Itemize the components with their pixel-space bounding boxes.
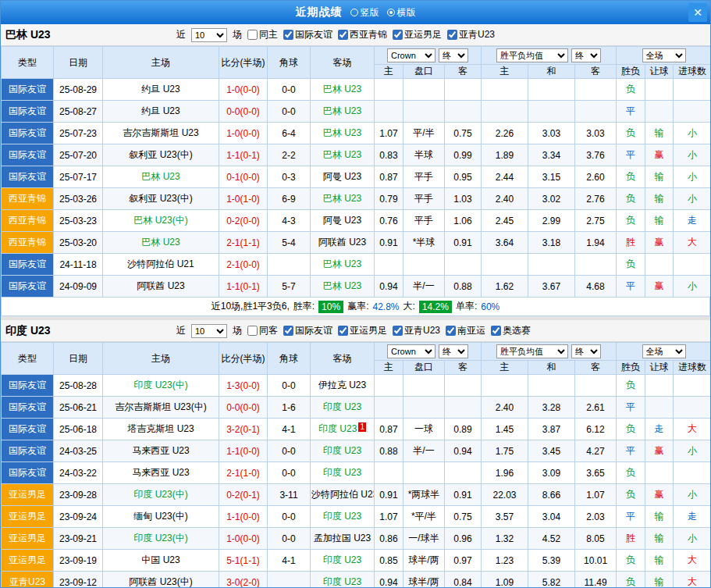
same-side-checkbox[interactable] [247,30,258,40]
handicap-result-cell: 输 [645,506,674,528]
filter-bar: 近 10 场 同主 国际友谊西亚青锦亚运男足亚青U23 [176,28,495,42]
radio-checked-icon[interactable] [387,9,395,16]
same-side-label: 同客 [259,324,278,337]
match-row: 国际友谊24-11-18沙特阿拉伯 U212-1(0-0)巴林 U23负 [2,254,711,276]
match-row: 亚运男足23-09-24缅甸 U23(中)1-1(0-0)0-0印度 U231.… [2,506,711,528]
match-score: 2-1(1-0) [219,462,268,484]
bookmaker-select[interactable]: Crown [387,344,435,358]
corner-score: 6-4 [268,123,311,144]
handicap-result-cell: 赢 [645,276,674,298]
competition-checkbox[interactable] [283,326,293,336]
competition-filter[interactable]: 西亚青锦 [338,28,387,41]
euro-away-odds: 3.76 [575,144,617,166]
competition-checkbox[interactable] [283,30,293,40]
odd-rate-value: 60% [481,301,499,312]
competition-filter[interactable]: 国际友谊 [283,28,332,41]
same-side-filter[interactable]: 同客 [247,324,278,337]
asia-away-odds: 0.84 [445,572,482,588]
euro-final-select[interactable]: 终 [571,344,601,358]
result-cell: 负 [617,462,645,484]
competition-filter[interactable]: 亚青U23 [447,28,495,41]
competition-type-badge: 国际友谊 [2,462,54,484]
match-row: 国际友谊25-08-27约旦 U230-0(0-0)0-0巴林 U23平 [2,101,711,123]
corner-score: 0-0 [268,462,311,484]
competition-filter[interactable]: 亚青U23 [393,324,440,337]
competition-checkbox[interactable] [338,30,348,40]
goals-result-cell [674,462,711,484]
match-scope-select[interactable]: 全场 [642,344,686,358]
competition-type-badge: 亚运男足 [2,506,54,528]
euro-draw-odds: 3.18 [528,232,575,254]
same-side-filter[interactable]: 同主 [247,28,278,41]
asia-final-select[interactable]: 终 [439,344,468,358]
competition-filter[interactable]: 亚运男足 [393,28,442,41]
asia-away-odds: 0.88 [445,276,482,298]
away-team: 阿曼 U23 [311,166,375,188]
competition-filter[interactable]: 亚运男足 [338,324,387,337]
avg-odds-select[interactable]: 胜平负均值 [496,48,568,62]
col-away: 客场 [311,343,375,375]
competition-filter[interactable]: 南亚运 [446,324,485,337]
euro-away-odds: 11.49 [575,572,617,588]
competition-filter[interactable]: 奥选赛 [491,324,531,337]
handicap-rate-label: 赢率: [347,300,368,313]
col-euro-draw: 和 [528,361,575,375]
col-euro-home: 主 [482,361,528,375]
recent-results-dialog: 近期战绩 竖版 横版 ✕ 巴林 U23 近 10 场 同主 [0,0,711,588]
handicap-result-cell: 走 [645,419,674,440]
competition-checkbox[interactable] [491,326,501,336]
asia-away-odds: 0.97 [445,550,482,572]
bookmaker-select[interactable]: Crown [387,48,435,62]
layout-horizontal-radio[interactable]: 横版 [387,6,416,20]
asia-handicap [403,375,445,397]
col-handicap: 盘口 [403,65,445,79]
asia-away-odds: 0.75 [445,506,482,528]
asia-away-odds: 0.89 [445,419,482,440]
same-side-checkbox[interactable] [247,326,258,336]
layout-vertical-radio[interactable]: 竖版 [350,6,379,20]
euro-home-odds [482,254,528,276]
asia-handicap: 平手 [403,188,445,210]
match-row: 国际友谊24-03-25马来西亚 U231-1(0-0)0-0印度 U230.8… [2,440,711,462]
col-type: 类型 [2,343,54,375]
corner-score: 0-0 [268,375,311,397]
asia-home-odds: 0.83 [375,144,403,166]
euro-final-select[interactable]: 终 [571,48,601,62]
competition-type-badge: 国际友谊 [2,254,54,276]
asia-final-select[interactable]: 终 [439,48,468,62]
recent-count-select[interactable]: 10 [191,324,227,338]
euro-home-odds: 1.75 [482,440,528,462]
match-score: 0-1(0-0) [219,166,268,188]
asia-handicap: 平手 [403,210,445,232]
competition-checkbox[interactable] [446,326,456,336]
competition-checkbox[interactable] [393,326,403,336]
competition-filters: 国际友谊亚运男足亚青U23南亚运奥选赛 [283,324,531,337]
radio-icon[interactable] [350,9,358,16]
asia-home-odds [375,101,403,123]
match-date: 23-09-21 [54,528,103,550]
euro-draw-odds: 3.28 [528,397,575,419]
match-row: 亚青U2323-09-12阿联酋 U23(中)3-0(2-0)印度 U230.9… [2,572,711,588]
col-handicap: 盘口 [403,361,445,375]
handicap-result-cell: 输 [645,210,674,232]
competition-checkbox[interactable] [393,30,403,40]
goals-result-cell: 大 [674,419,711,440]
avg-odds-select[interactable]: 胜平负均值 [496,344,568,358]
competition-checkbox[interactable] [447,30,457,40]
euro-away-odds: 1.07 [575,484,617,506]
result-cell: 负 [617,550,645,572]
away-team: 巴林 U23 [311,101,375,123]
match-row: 西亚青锦25-03-20巴林 U232-1(1-1)5-4阿联酋 U230.91… [2,232,711,254]
corner-score [268,572,311,588]
close-icon[interactable]: ✕ [688,3,707,22]
col-result: 胜负 [617,65,645,79]
home-team: 阿联酋 U23 [103,276,219,298]
match-date: 23-09-12 [54,572,103,588]
competition-filter[interactable]: 国际友谊 [283,324,332,337]
result-cell: 平 [617,506,645,528]
match-scope-select[interactable]: 全场 [642,48,686,62]
competition-checkbox[interactable] [338,326,348,336]
recent-count-select[interactable]: 10 [191,28,227,42]
match-row: 西亚青锦25-03-23巴林 U23(中)0-2(0-0)4-3阿曼 U230.… [2,210,711,232]
match-date: 23-09-19 [54,550,103,572]
